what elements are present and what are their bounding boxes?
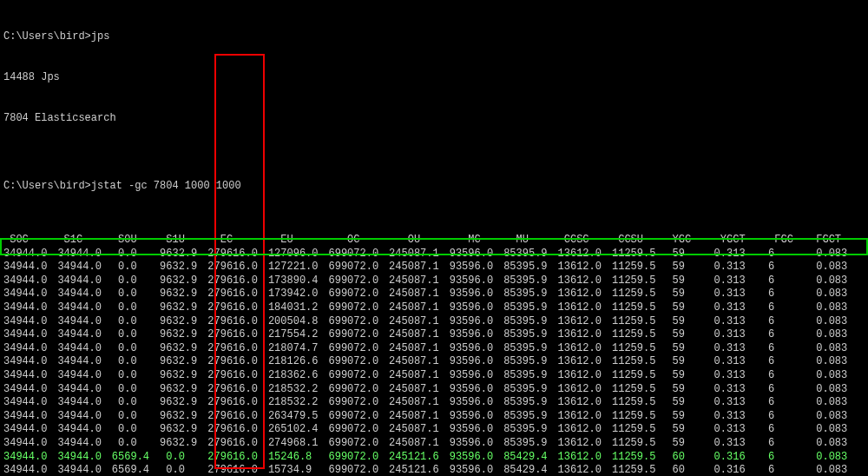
table-cell: 245087.1 <box>389 437 450 451</box>
table-cell: 245121.6 <box>389 451 450 465</box>
table-cell: 13612.0 <box>558 288 612 301</box>
table-cell: 13612.0 <box>558 248 612 261</box>
jps-output-2: 7804 Elasticsearch <box>3 112 865 126</box>
col-header: GCT <box>858 234 868 248</box>
table-cell: 218074.7 <box>268 342 329 356</box>
table-cell: 13612.0 <box>558 342 612 356</box>
table-cell: 0.0 <box>160 464 207 476</box>
table-cell: 0.083 <box>804 396 858 410</box>
table-cell: 699072.0 <box>329 301 390 315</box>
table-cell: 699072.0 <box>329 437 390 451</box>
table-cell: 15734.9 <box>268 464 329 476</box>
table-cell: 245087.1 <box>389 383 450 397</box>
table-cell: 34944.0 <box>57 396 111 410</box>
table-cell: 34944.0 <box>57 355 111 369</box>
table-cell: 60 <box>666 464 701 476</box>
table-cell: 93596.0 <box>450 423 503 437</box>
table-cell: 59 <box>666 423 701 437</box>
table-cell: 85395.9 <box>503 288 557 301</box>
table-cell: 279616.0 <box>207 288 268 301</box>
table-cell: 9632.9 <box>160 396 207 410</box>
table-cell: 699072.0 <box>329 464 390 476</box>
col-header: S1C <box>57 234 111 248</box>
table-cell: 218362.6 <box>268 369 329 383</box>
table-cell: 59 <box>666 342 701 356</box>
table-cell: 59 <box>666 328 701 342</box>
table-cell: 127096.0 <box>268 248 329 261</box>
table-cell: 0.396 <box>858 301 868 315</box>
prompt-line-1: C:\Users\bird>jps <box>3 30 865 44</box>
table-cell: 6 <box>756 396 804 410</box>
table-body: 34944.034944.0 0.0 9632.9279616.0127096.… <box>3 248 868 476</box>
table-cell: 245087.1 <box>389 274 450 288</box>
table-cell: 9632.9 <box>160 261 207 274</box>
table-row: 34944.034944.0 0.0 9632.9279616.0263479.… <box>3 410 868 424</box>
table-cell: 13612.0 <box>558 396 612 410</box>
table-cell: 245087.1 <box>389 423 450 437</box>
terminal-window[interactable]: C:\Users\bird>jps 14488 Jps 7804 Elastic… <box>0 0 868 476</box>
table-cell: 13612.0 <box>558 369 612 383</box>
table-cell: 11259.5 <box>612 301 666 315</box>
table-cell: 93596.0 <box>450 464 503 476</box>
table-cell: 34944.0 <box>57 328 111 342</box>
table-cell: 0.083 <box>804 437 858 451</box>
table-cell: 0.396 <box>858 423 868 437</box>
table-cell: 0.083 <box>804 248 858 261</box>
table-cell: 34944.0 <box>3 464 57 476</box>
table-cell: 173942.0 <box>268 288 329 301</box>
table-cell: 11259.5 <box>612 423 666 437</box>
table-row: 34944.034944.0 0.0 9632.9279616.0218126.… <box>3 355 868 369</box>
table-cell: 85429.4 <box>503 464 557 476</box>
col-header: CCSC <box>558 234 612 248</box>
table-row: 34944.034944.0 0.0 9632.9279616.0173890.… <box>3 274 868 288</box>
table-cell: 0.316 <box>701 451 755 465</box>
table-cell: 59 <box>666 315 701 329</box>
table-cell: 34944.0 <box>3 369 57 383</box>
table-cell: 34944.0 <box>57 451 111 465</box>
table-cell: 85395.9 <box>503 342 557 356</box>
table-cell: 245087.1 <box>389 288 450 301</box>
table-cell: 699072.0 <box>329 410 390 424</box>
table-cell: 6 <box>756 355 804 369</box>
table-cell: 217554.2 <box>268 328 329 342</box>
table-cell: 34944.0 <box>57 383 111 397</box>
col-header: S0C <box>3 234 57 248</box>
table-cell: 699072.0 <box>329 248 390 261</box>
table-cell: 200504.8 <box>268 315 329 329</box>
table-cell: 0.396 <box>858 369 868 383</box>
table-cell: 245087.1 <box>389 328 450 342</box>
table-cell: 0.396 <box>858 342 868 356</box>
table-cell: 34944.0 <box>57 274 111 288</box>
table-cell: 245087.1 <box>389 355 450 369</box>
table-cell: 9632.9 <box>160 315 207 329</box>
table-cell: 93596.0 <box>450 315 503 329</box>
table-cell: 0.398 <box>858 451 868 465</box>
table-cell: 6 <box>756 328 804 342</box>
table-cell: 279616.0 <box>207 451 268 465</box>
table-cell: 85395.9 <box>503 410 557 424</box>
table-cell: 0.313 <box>701 396 755 410</box>
table-cell: 11259.5 <box>612 451 666 465</box>
table-cell: 93596.0 <box>450 261 503 274</box>
table-cell: 245121.6 <box>389 464 450 476</box>
table-cell: 11259.5 <box>612 369 666 383</box>
table-cell: 0.398 <box>858 464 868 476</box>
table-cell: 11259.5 <box>612 437 666 451</box>
table-cell: 0.083 <box>804 342 858 356</box>
table-cell: 9632.9 <box>160 301 207 315</box>
table-cell: 279616.0 <box>207 261 268 274</box>
table-cell: 9632.9 <box>160 437 207 451</box>
table-cell: 0.083 <box>804 383 858 397</box>
table-cell: 0.396 <box>858 261 868 274</box>
table-cell: 0.396 <box>858 410 868 424</box>
table-cell: 59 <box>666 248 701 261</box>
table-row: 34944.034944.0 0.0 9632.9279616.0218532.… <box>3 396 868 410</box>
table-cell: 85395.9 <box>503 248 557 261</box>
table-cell: 6 <box>756 437 804 451</box>
table-cell: 34944.0 <box>3 355 57 369</box>
table-cell: 245087.1 <box>389 342 450 356</box>
table-cell: 0.0 <box>112 355 160 369</box>
table-cell: 13612.0 <box>558 301 612 315</box>
table-cell: 59 <box>666 355 701 369</box>
table-cell: 0.0 <box>112 437 160 451</box>
